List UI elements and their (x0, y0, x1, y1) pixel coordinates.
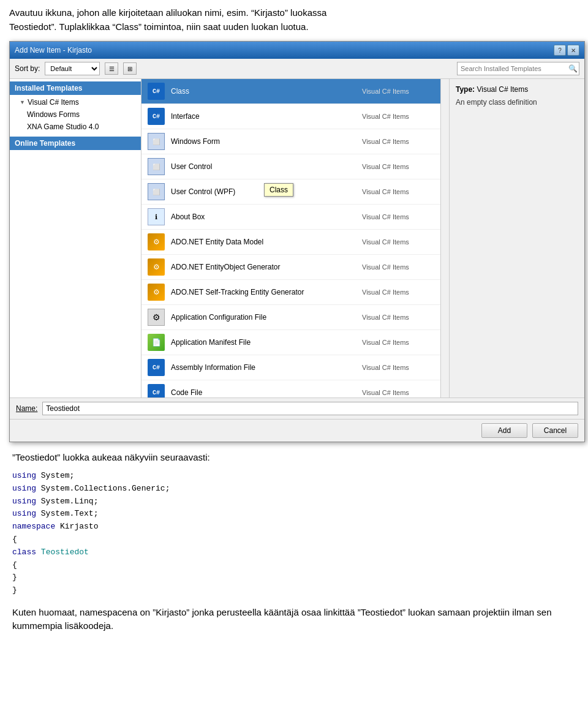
template-item[interactable]: ℹAbout BoxVisual C# Items (141, 205, 440, 230)
template-category: Visual C# Items (362, 263, 435, 271)
dialog-name-bar: Name: (10, 397, 584, 419)
template-name: ADO.NET Self-Tracking Entity Generator (171, 288, 362, 296)
template-icon: ⬜ (146, 157, 166, 176)
template-category: Visual C# Items (362, 389, 435, 396)
template-icon: C# (146, 358, 166, 377)
tree-xna[interactable]: XNA Game Studio 4.0 (10, 121, 141, 133)
right-panel: Type: Visual C# Items An empty class def… (450, 79, 584, 397)
sort-select[interactable]: Default (45, 62, 100, 75)
code-line: } (12, 571, 576, 584)
page-wrapper: Avautuu ikkuna, johon alle kirjoitetaan … (0, 0, 588, 639)
code-line: using System.Collections.Generic; (12, 483, 576, 495)
code-line: namespace Kirjasto (12, 521, 576, 533)
intro-text: Avautuu ikkuna, johon alle kirjoitetaan … (9, 6, 579, 34)
template-item[interactable]: ⚙ADO.NET EntityObject GeneratorVisual C#… (141, 255, 440, 280)
template-icon: C# (146, 107, 166, 126)
template-name: Code File (171, 388, 362, 397)
sort-label: Sort by: (15, 64, 40, 73)
template-category: Visual C# Items (362, 163, 435, 170)
template-item[interactable]: ⚙Application Configuration FileVisual C#… (141, 305, 440, 330)
template-item[interactable]: C#Assembly Information FileVisual C# Ite… (141, 355, 440, 380)
dialog-title: Add New Item - Kirjasto (15, 46, 92, 55)
dialog-footer: Add Cancel (10, 419, 584, 442)
template-item[interactable]: C#ClassVisual C# Items (141, 79, 440, 104)
template-icon: ⚙ (146, 282, 166, 302)
template-category: Visual C# Items (362, 113, 435, 120)
template-item[interactable]: ⚙ADO.NET Entity Data ModelVisual C# Item… (141, 230, 440, 255)
template-name: User Control (WPF) (171, 187, 362, 196)
installed-templates-header[interactable]: Installed Templates (10, 81, 141, 95)
code-line: using System.Text; (12, 508, 576, 521)
view-list-btn[interactable]: ☰ (105, 62, 118, 75)
tree-arrow: ▼ (20, 99, 25, 105)
template-item[interactable]: C#InterfaceVisual C# Items (141, 104, 440, 129)
code-block: using System;using System.Collections.Ge… (12, 470, 576, 597)
template-name: Interface (171, 112, 362, 121)
template-list: C#ClassVisual C# ItemsC#InterfaceVisual … (141, 79, 440, 397)
template-name: Class (171, 87, 362, 96)
name-label: Name: (16, 404, 37, 413)
code-line: using System; (12, 470, 576, 483)
tree-windows-forms[interactable]: Windows Forms (10, 108, 141, 121)
template-item[interactable]: ⬜User ControlVisual C# Items (141, 154, 440, 179)
dialog-body: Installed Templates ▼ Visual C# Items Wi… (10, 79, 584, 397)
template-item[interactable]: C#Code FileVisual C# Items (141, 380, 440, 397)
tree-visual-cs[interactable]: ▼ Visual C# Items (10, 96, 141, 108)
template-icon: ⚙ (146, 307, 166, 327)
footer-paragraph: Kuten huomaat, namespacena on ”Kirjasto”… (12, 606, 576, 633)
add-button[interactable]: Add (481, 423, 527, 438)
template-category: Visual C# Items (362, 364, 435, 371)
template-name: Application Manifest File (171, 338, 362, 347)
template-category: Visual C# Items (362, 238, 435, 246)
code-line: { (12, 533, 576, 546)
template-name: Assembly Information File (171, 363, 362, 372)
code-line: } (12, 584, 576, 597)
code-line: using System.Linq; (12, 495, 576, 508)
template-name: About Box (171, 213, 362, 221)
close-button[interactable]: ✕ (567, 45, 579, 56)
cancel-button[interactable]: Cancel (532, 423, 578, 438)
name-input[interactable] (42, 402, 578, 415)
template-category: Visual C# Items (362, 88, 435, 95)
template-name: Application Configuration File (171, 313, 362, 322)
search-input[interactable] (457, 62, 579, 75)
type-description: An empty class definition (456, 97, 578, 108)
template-icon: ⬜ (146, 132, 166, 151)
template-name: User Control (171, 162, 362, 171)
search-icon[interactable]: 🔍 (567, 63, 578, 74)
template-name: ADO.NET EntityObject Generator (171, 263, 362, 271)
titlebar-buttons: ? ✕ (554, 45, 579, 56)
dialog-toolbar: Sort by: Default ☰ ⊞ 🔍 (10, 59, 584, 79)
template-name: Windows Form (171, 137, 362, 146)
template-icon: C# (146, 81, 166, 101)
template-item[interactable]: ⬜Windows FormVisual C# Items (141, 129, 440, 154)
template-category: Visual C# Items (362, 314, 435, 321)
code-line: class Teostiedot (12, 546, 576, 559)
template-item[interactable]: ⚙ADO.NET Self-Tracking Entity GeneratorV… (141, 280, 440, 305)
template-item[interactable]: ⬜User Control (WPF)Visual C# Items (141, 179, 440, 205)
bottom-content: ”Teostiedot” luokka aukeaa näkyviin seur… (9, 452, 579, 633)
template-icon: ℹ (146, 207, 166, 227)
left-panel: Installed Templates ▼ Visual C# Items Wi… (10, 79, 141, 397)
middle-panel: C#ClassVisual C# ItemsC#InterfaceVisual … (141, 79, 450, 397)
template-icon: ⚙ (146, 257, 166, 277)
scrollbar[interactable] (440, 79, 449, 397)
template-icon: 📄 (146, 333, 166, 352)
type-label: Type: Visual C# Items (456, 85, 578, 94)
template-name: ADO.NET Entity Data Model (171, 238, 362, 246)
code-line: { (12, 559, 576, 572)
template-item[interactable]: 📄Application Manifest FileVisual C# Item… (141, 330, 440, 355)
template-icon: C# (146, 383, 166, 397)
template-category: Visual C# Items (362, 188, 435, 195)
template-category: Visual C# Items (362, 339, 435, 346)
tree-section: ▼ Visual C# Items Windows Forms XNA Game… (10, 95, 141, 134)
template-category: Visual C# Items (362, 138, 435, 145)
online-templates-header[interactable]: Online Templates (10, 137, 141, 150)
search-box: 🔍 (457, 62, 579, 75)
view-grid-btn[interactable]: ⊞ (123, 62, 137, 75)
template-icon: ⚙ (146, 232, 166, 252)
template-category: Visual C# Items (362, 288, 435, 296)
section-heading: ”Teostiedot” luokka aukeaa näkyviin seur… (12, 452, 576, 462)
help-button[interactable]: ? (554, 45, 566, 56)
dialog-titlebar: Add New Item - Kirjasto ? ✕ (10, 42, 584, 59)
